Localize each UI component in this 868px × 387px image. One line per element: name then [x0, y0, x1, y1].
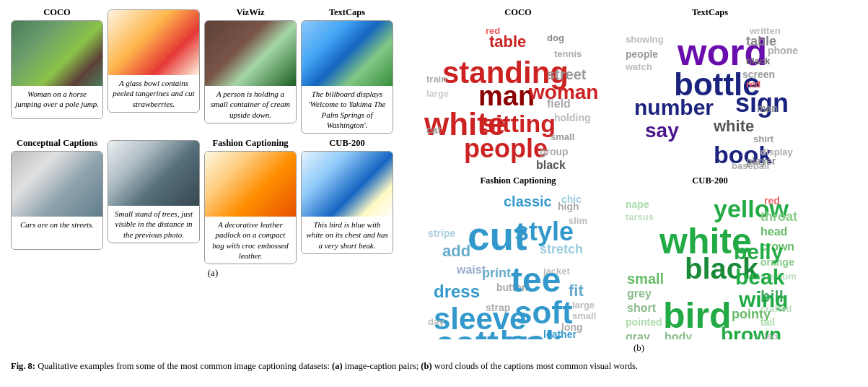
top-wordclouds: COCO tabledogstandingtennismanwomanwhite…	[421, 7, 857, 171]
wc-word: phone	[768, 45, 798, 56]
wc-word: red	[764, 195, 780, 206]
figure-caption: Fig. 8: Qualitative examples from some o…	[11, 360, 857, 373]
dataset-col-3: TextCapsThe billboard displays 'Welcome …	[301, 7, 393, 134]
wc-word: gray	[626, 331, 650, 339]
wc-word: print	[482, 266, 511, 281]
cub-wordcloud: yellowthroatheadcrownwhiteorangenapetars…	[620, 188, 800, 339]
wc-word: strap	[486, 302, 510, 313]
wc-word: white	[714, 117, 754, 136]
dataset-title: CUB-200	[329, 138, 364, 149]
wc-word: dress	[434, 282, 480, 302]
wc-word: red	[486, 25, 500, 36]
wc-word: long	[561, 321, 583, 333]
fashion-wc-col: Fashion Captioning classichighslimcutsty…	[421, 175, 615, 339]
image-caption: A glass bowl contains peeled tangerines …	[108, 75, 199, 112]
dataset-col-2: VizWizA person is holding a small contai…	[204, 7, 297, 134]
wc-word: day	[428, 316, 444, 327]
image-caption: Woman on a horse jumping over a pole jum…	[12, 86, 102, 118]
wc-word: tarsus	[626, 212, 654, 222]
dataset-col-2: Fashion CaptioningA decorative leather p…	[204, 138, 297, 264]
part-b-label: (b)	[421, 342, 857, 354]
wc-word: people	[464, 134, 548, 164]
wc-word: large	[572, 300, 595, 310]
textcaps-wc-col: TextCaps wordbottlenumbersignsaywhiteboo…	[620, 7, 800, 171]
wc-word: train	[426, 74, 447, 84]
image-card: A decorative leather padlock on a compac…	[204, 151, 297, 264]
wc-word: tennis	[554, 48, 582, 59]
image-card: The billboard displays 'Welcome to Yakim…	[301, 20, 393, 134]
dataset-title: COCO	[43, 7, 71, 18]
wc-word: classic	[504, 194, 552, 210]
top-section: COCOWoman on a horse jumping over a pole…	[11, 7, 857, 354]
image-placeholder	[302, 152, 393, 217]
image-placeholder	[205, 21, 296, 86]
image-placeholder	[205, 152, 296, 217]
wc-word: nape	[626, 199, 649, 210]
wc-word: grey	[627, 287, 652, 300]
dataset-col-3: CUB-200This bird is blue with white on i…	[301, 138, 393, 264]
wc-word: short	[627, 302, 656, 315]
image-placeholder	[108, 141, 199, 206]
image-caption: Small stand of trees, just visible in th…	[108, 206, 199, 243]
wc-word: group	[540, 146, 569, 157]
dataset-col-0: Conceptual CaptionsCars are on the stree…	[11, 138, 103, 264]
wc-word: small	[572, 310, 596, 321]
part-a: COCOWoman on a horse jumping over a pole…	[11, 7, 415, 354]
wc-word: black	[536, 159, 566, 171]
textcaps-wordcloud: wordbottlenumbersignsaywhitebooktablepho…	[620, 19, 800, 171]
image-placeholder	[302, 21, 393, 86]
image-card: Small stand of trees, just visible in th…	[108, 140, 200, 243]
wc-word: crafted	[760, 303, 792, 314]
bottom-image-row: Conceptual CaptionsCars are on the stree…	[11, 138, 415, 264]
image-placeholder	[108, 10, 199, 75]
wc-word: blend	[431, 338, 457, 339]
cub-wc-title: CUB-200	[692, 175, 727, 186]
wc-word: throat	[760, 209, 797, 225]
image-card: A person is holding a small container of…	[204, 20, 297, 123]
wc-word: breast	[688, 338, 732, 339]
wc-word: dog	[547, 32, 564, 43]
part-b: COCO tabledogstandingtennismanwomanwhite…	[421, 7, 857, 354]
image-caption: This bird is blue with white on its ches…	[302, 217, 393, 253]
wc-word: small	[551, 131, 574, 142]
wc-word: holding	[554, 112, 591, 123]
wc-word: number	[634, 95, 714, 120]
fashion-wc-title: Fashion Captioning	[480, 175, 556, 186]
wc-word: watch	[626, 61, 652, 72]
coco-wordcloud: tabledogstandingtennismanwomanwhitestree…	[421, 19, 615, 171]
wc-word: player	[746, 155, 776, 167]
image-caption: A decorative leather padlock on a compac…	[205, 217, 296, 264]
wc-word: large	[426, 88, 449, 99]
dataset-col-1: A glass bowl contains peeled tangerines …	[108, 7, 200, 134]
wc-word: street	[547, 66, 586, 83]
wc-word: add	[442, 242, 470, 261]
image-card: Woman on a horse jumping over a pole jum…	[11, 20, 103, 119]
wc-word: stretch	[540, 242, 583, 257]
main-container: COCOWoman on a horse jumping over a pole…	[11, 7, 857, 373]
wc-word: showing	[626, 34, 664, 45]
wc-word: black	[746, 56, 770, 66]
textcaps-wc-title: TextCaps	[692, 7, 728, 18]
image-placeholder	[12, 21, 102, 86]
dataset-title: Fashion Captioning	[212, 138, 288, 149]
wc-word: bright	[739, 338, 768, 339]
wc-word: tail	[760, 316, 775, 328]
fashion-wordcloud: classichighslimcutstylestretchaddstripew…	[421, 188, 615, 339]
wc-word: people	[626, 48, 658, 60]
wc-word: cat	[426, 124, 441, 136]
image-card: A glass bowl contains peeled tangerines …	[108, 9, 200, 113]
image-card: Cars are on the streets.	[11, 151, 103, 250]
wc-word: man	[757, 103, 778, 114]
wc-word: shirt	[753, 134, 773, 144]
wc-word: red	[746, 79, 760, 90]
wc-word: head	[760, 225, 787, 238]
dataset-title: VizWiz	[237, 7, 265, 18]
wc-word: leg	[764, 331, 778, 339]
wc-word: waist	[457, 264, 486, 277]
coco-wc-col: COCO tabledogstandingtennismanwomanwhite…	[421, 7, 615, 171]
wc-word: chic	[561, 194, 582, 205]
wc-word: written	[750, 25, 781, 36]
image-placeholder	[12, 152, 102, 217]
wc-word: tee	[511, 260, 561, 300]
part-a-label: (a)	[11, 267, 415, 279]
